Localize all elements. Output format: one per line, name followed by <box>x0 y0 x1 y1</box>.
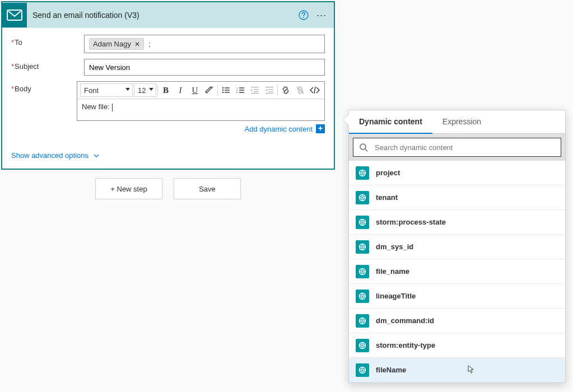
svg-rect-20 <box>268 89 273 90</box>
dynamic-content-item-label: storm:entity-type <box>376 341 435 349</box>
bullet-list-button[interactable] <box>219 83 232 97</box>
svg-rect-4 <box>225 87 230 88</box>
to-input[interactable]: Adam Nagy ✕ ; <box>84 35 325 53</box>
search-wrap <box>349 134 565 161</box>
globe-icon <box>356 290 369 303</box>
to-label: *To <box>11 35 84 46</box>
dynamic-content-item[interactable]: dm_command:id <box>349 309 565 333</box>
show-advanced-link[interactable]: Show advanced options <box>11 151 100 160</box>
svg-point-7 <box>222 92 223 93</box>
tab-dynamic-content[interactable]: Dynamic content <box>349 110 432 134</box>
email-action-card: Send an email notification (V3) ··· *To … <box>1 1 335 170</box>
globe-icon <box>356 363 369 377</box>
svg-point-31 <box>360 342 366 348</box>
help-icon[interactable] <box>296 7 311 23</box>
text-cursor <box>112 104 113 111</box>
subject-label: *Subject <box>11 59 84 71</box>
dynamic-content-list: projecttenantstorm:process-statedm_sys_i… <box>349 161 565 382</box>
recipient-chip-label: Adam Nagy <box>93 40 131 48</box>
dynamic-content-item-label: tenant <box>376 193 398 202</box>
dynamic-content-item[interactable]: project <box>349 161 565 185</box>
svg-rect-6 <box>225 90 230 90</box>
dynamic-content-item[interactable]: tenant <box>349 185 565 210</box>
search-box[interactable] <box>353 138 561 157</box>
body-label-text: Body <box>15 85 31 93</box>
body-textarea[interactable]: New file: <box>77 99 324 120</box>
save-button[interactable]: Save <box>174 178 241 199</box>
font-select[interactable]: Font <box>80 83 133 97</box>
svg-point-25 <box>360 194 366 200</box>
action-title: Send an email notification (V3) <box>27 11 294 20</box>
svg-point-29 <box>360 293 366 299</box>
to-trailing: ; <box>148 40 151 48</box>
tab-expression[interactable]: Expression <box>432 110 491 133</box>
highlight-button[interactable] <box>203 83 216 97</box>
field-body: *Body Font 12 B I U <box>11 81 325 133</box>
flyout-tabs: Dynamic content Expression <box>349 110 565 134</box>
cursor-icon <box>465 365 474 375</box>
code-view-button[interactable] <box>308 83 322 97</box>
globe-icon <box>356 314 369 328</box>
dynamic-content-item[interactable]: dm_sys_id <box>349 235 565 259</box>
new-step-button[interactable]: + New step <box>95 178 162 199</box>
subject-input[interactable] <box>88 63 321 72</box>
font-select-label: Font <box>84 86 99 95</box>
search-input[interactable] <box>374 143 555 152</box>
action-body: *To Adam Nagy ✕ ; *Subject *Body <box>2 28 334 169</box>
dynamic-content-item-label: lineageTitle <box>376 292 416 300</box>
dynamic-content-item-label: storm:process-state <box>376 218 446 226</box>
fontsize-select[interactable]: 12 <box>134 83 156 97</box>
show-advanced-label: Show advanced options <box>11 151 88 160</box>
dynamic-content-item-label: dm_sys_id <box>376 242 413 251</box>
remove-chip-icon[interactable]: ✕ <box>134 40 140 48</box>
number-list-button[interactable]: 1 2 3 <box>234 83 247 97</box>
save-label: Save <box>199 185 216 193</box>
svg-rect-8 <box>225 92 230 92</box>
globe-icon <box>356 216 369 229</box>
unlink-button[interactable] <box>294 83 307 97</box>
action-header: Send an email notification (V3) ··· <box>2 2 334 28</box>
svg-rect-21 <box>268 91 273 92</box>
svg-point-28 <box>360 268 366 274</box>
svg-point-32 <box>360 367 366 373</box>
svg-rect-18 <box>251 93 259 94</box>
indent-button[interactable] <box>263 83 276 97</box>
body-label: *Body <box>11 81 77 93</box>
svg-rect-17 <box>254 91 259 92</box>
chevron-down-icon <box>93 152 100 159</box>
add-dynamic-row: Add dynamic content + <box>77 124 325 133</box>
chevron-down-icon <box>149 88 153 91</box>
dynamic-content-item-label: project <box>376 169 400 177</box>
more-icon[interactable]: ··· <box>314 7 329 23</box>
add-dynamic-content-link[interactable]: Add dynamic content <box>245 125 313 133</box>
richtext-toolbar: Font 12 B I U <box>77 82 324 99</box>
dynamic-content-item[interactable]: fileName <box>349 358 565 382</box>
svg-point-3 <box>222 87 223 88</box>
dynamic-content-item[interactable]: lineageTitle <box>349 284 565 309</box>
mail-icon <box>2 3 27 27</box>
add-dynamic-content-button[interactable]: + <box>316 124 325 133</box>
underline-button[interactable]: U <box>188 83 202 97</box>
svg-rect-22 <box>265 93 273 94</box>
dynamic-content-item[interactable]: storm:entity-type <box>349 333 565 358</box>
italic-button[interactable]: I <box>174 83 187 97</box>
svg-rect-16 <box>254 89 259 90</box>
recipient-chip[interactable]: Adam Nagy ✕ <box>89 38 144 50</box>
bold-button[interactable]: B <box>159 83 173 97</box>
toolbar-separator <box>157 85 158 96</box>
svg-point-27 <box>360 244 366 250</box>
svg-rect-14 <box>239 92 244 92</box>
globe-icon <box>356 166 369 180</box>
dynamic-content-item[interactable]: storm:process-state <box>349 210 565 235</box>
toolbar-separator <box>277 85 278 96</box>
bottom-buttons: + New step Save <box>95 178 241 199</box>
subject-input-box[interactable] <box>84 59 325 76</box>
dynamic-content-item-label: file_name <box>376 267 409 276</box>
body-text: New file: <box>82 102 111 111</box>
to-label-text: To <box>15 38 22 46</box>
subject-label-text: Subject <box>15 62 39 71</box>
link-button[interactable] <box>279 83 292 97</box>
outdent-button[interactable] <box>248 83 262 97</box>
dynamic-content-item[interactable]: file_name <box>349 259 565 284</box>
globe-icon <box>356 265 369 278</box>
